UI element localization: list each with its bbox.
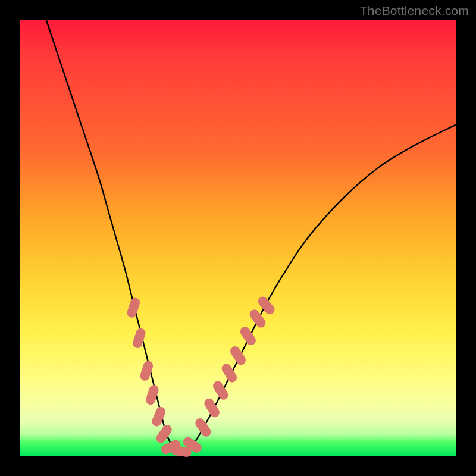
plot-area [20,20,456,456]
curve-marker [151,405,167,428]
curve-marker [193,416,213,439]
curve-marker [248,308,267,330]
bottleneck-curve-svg [20,20,456,456]
curve-marker [154,423,174,445]
curve-group [46,20,456,452]
curve-marker [239,325,258,347]
bottleneck-curve [46,20,456,452]
watermark-text: TheBottleneck.com [360,4,469,18]
curve-marker [126,296,141,318]
chart-frame: TheBottleneck.com [0,0,476,476]
